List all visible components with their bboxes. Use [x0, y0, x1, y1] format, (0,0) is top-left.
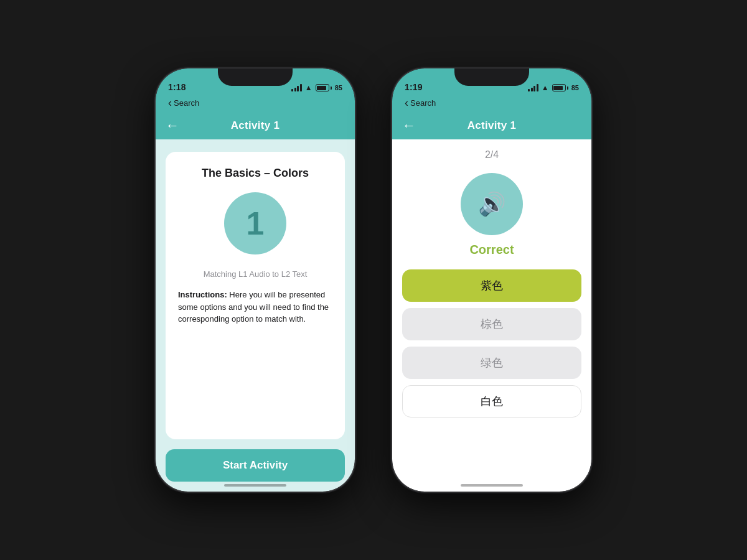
- nav-title-1: Activity 1: [231, 119, 280, 132]
- battery-pct-1: 85: [335, 84, 342, 91]
- home-indicator-1: [224, 484, 286, 487]
- option-2-text: 棕色: [481, 317, 503, 332]
- card-instructions: Instructions: Here you will be presented…: [178, 289, 332, 325]
- option-1[interactable]: 紫色: [402, 269, 581, 302]
- activity-number: 1: [247, 205, 265, 242]
- back-button-1[interactable]: ←: [166, 119, 179, 133]
- screen-2: 1:19 ▲ 85 Search ← Activity 1: [392, 68, 591, 492]
- signal-icon-1: [291, 84, 302, 91]
- screen-2-body: 2/4 🔊 Correct 紫色 棕色 绿色 白色: [392, 139, 591, 492]
- option-4[interactable]: 白色: [402, 385, 581, 418]
- wifi-icon-2: ▲: [542, 83, 549, 92]
- screen-1-body: The Basics – Colors 1 Matching L1 Audio …: [156, 139, 355, 492]
- progress-indicator: 2/4: [485, 149, 499, 161]
- status-icons-1: ▲ 85: [291, 83, 342, 92]
- start-activity-label: Start Activity: [223, 459, 288, 472]
- search-back-2[interactable]: Search: [405, 97, 436, 108]
- nav-bar-2: ← Activity 1: [392, 112, 591, 139]
- number-circle: 1: [224, 192, 286, 254]
- option-2[interactable]: 棕色: [402, 308, 581, 340]
- search-back-1[interactable]: Search: [168, 97, 199, 108]
- battery-1: [316, 84, 332, 91]
- nav-title-2: Activity 1: [467, 119, 517, 132]
- search-bar-1: Search: [156, 96, 355, 112]
- screen-1: 1:18 ▲ 85 Search ← Activity 1: [156, 68, 355, 492]
- speaker-icon: 🔊: [478, 191, 506, 217]
- activity-card: The Basics – Colors 1 Matching L1 Audio …: [166, 152, 345, 439]
- search-bar-2: Search: [392, 96, 591, 112]
- nav-bar-1: ← Activity 1: [156, 112, 355, 139]
- status-bar-1: 1:18 ▲ 85: [156, 68, 355, 96]
- card-subtitle: Matching L1 Audio to L2 Text: [204, 269, 308, 279]
- option-3[interactable]: 绿色: [402, 347, 581, 379]
- status-time-1: 1:18: [168, 82, 186, 92]
- signal-icon-2: [528, 84, 538, 91]
- status-bar-2: 1:19 ▲ 85: [392, 68, 591, 96]
- option-1-text: 紫色: [481, 278, 503, 293]
- correct-label: Correct: [469, 243, 514, 257]
- battery-pct-2: 85: [571, 84, 579, 91]
- phone-1: 1:18 ▲ 85 Search ← Activity 1: [156, 68, 355, 492]
- audio-play-button[interactable]: 🔊: [461, 173, 523, 235]
- wifi-icon-1: ▲: [305, 83, 312, 92]
- phone-2: 1:19 ▲ 85 Search ← Activity 1: [392, 68, 591, 492]
- status-icons-2: ▲ 85: [528, 83, 579, 92]
- answer-options: 紫色 棕色 绿色 白色: [402, 269, 581, 418]
- status-time-2: 1:19: [405, 82, 423, 92]
- start-activity-button[interactable]: Start Activity: [166, 449, 345, 482]
- back-button-2[interactable]: ←: [402, 119, 416, 133]
- option-4-text: 白色: [481, 394, 503, 409]
- instructions-label: Instructions:: [178, 290, 227, 299]
- option-3-text: 绿色: [481, 355, 503, 370]
- card-title: The Basics – Colors: [202, 167, 309, 180]
- battery-2: [552, 84, 568, 91]
- home-indicator-2: [461, 484, 523, 487]
